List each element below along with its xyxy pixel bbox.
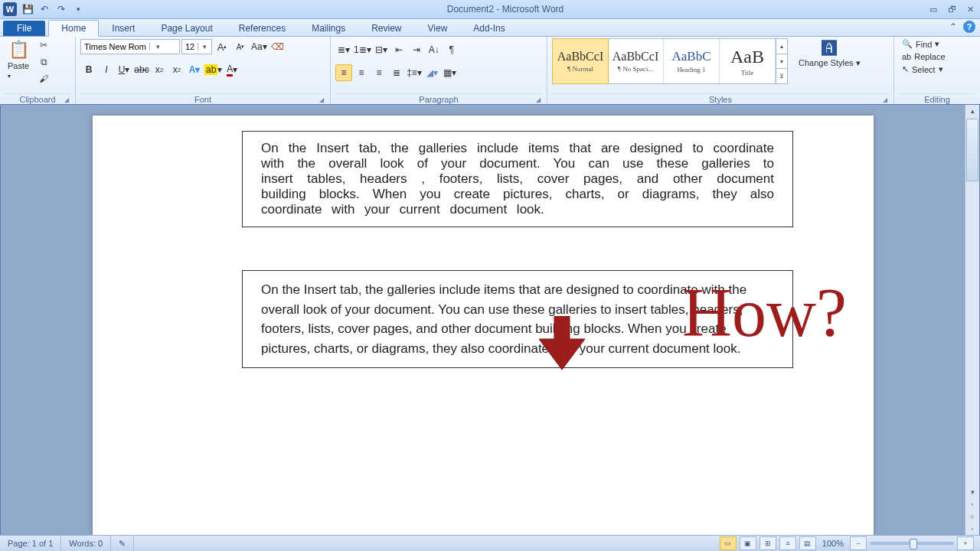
justify-button[interactable]: ≣: [388, 64, 405, 81]
underline-button[interactable]: U▾: [116, 61, 132, 78]
align-right-button[interactable]: ≡: [371, 64, 387, 81]
print-layout-view-button[interactable]: ▭: [720, 536, 737, 550]
scroll-down-icon[interactable]: ▾: [965, 486, 979, 498]
page-indicator[interactable]: Page: 1 of 1: [0, 536, 61, 551]
browse-object-icon[interactable]: ○: [970, 510, 974, 523]
tab-insert[interactable]: Insert: [99, 20, 148, 36]
tab-view[interactable]: View: [415, 20, 461, 36]
style-title[interactable]: AaBTitle: [720, 39, 776, 83]
clipboard-launcher-icon[interactable]: ◢: [63, 96, 70, 104]
zoom-slider[interactable]: [870, 542, 954, 545]
align-center-button[interactable]: ≡: [353, 64, 370, 81]
font-launcher-icon[interactable]: ◢: [318, 96, 325, 104]
shading-icon[interactable]: ◢▾: [423, 64, 440, 81]
borders-icon[interactable]: ▦▾: [441, 64, 458, 81]
tab-references[interactable]: References: [226, 20, 299, 36]
bold-button[interactable]: B: [80, 61, 97, 78]
superscript-button[interactable]: x2: [168, 61, 185, 78]
align-left-button[interactable]: ≡: [335, 64, 352, 81]
font-color-icon[interactable]: A▾: [224, 61, 240, 78]
styles-launcher-icon[interactable]: ◢: [881, 96, 889, 104]
web-layout-view-button[interactable]: ⊞: [760, 536, 776, 550]
subscript-button[interactable]: x2: [151, 61, 168, 78]
outline-view-button[interactable]: ≡: [779, 536, 796, 550]
highlight-icon[interactable]: ab▾: [204, 61, 223, 78]
prev-page-icon[interactable]: ◦: [970, 498, 974, 510]
bullets-icon[interactable]: ≣▾: [335, 41, 352, 58]
style-normal[interactable]: AaBbCcI¶ Normal: [552, 38, 609, 84]
styles-gallery: AaBbCcI¶ Normal AaBbCcI¶ No Spaci... AaB…: [552, 38, 788, 84]
grow-font-icon[interactable]: A▴: [214, 38, 230, 55]
undo-icon[interactable]: ↶: [38, 3, 51, 15]
full-screen-view-button[interactable]: ▣: [740, 536, 756, 550]
text-box-before[interactable]: On the Insert tab, the galleries include…: [242, 131, 793, 227]
show-hide-icon[interactable]: ¶: [443, 41, 460, 58]
qat-customize-icon[interactable]: ▾: [72, 3, 84, 15]
gallery-scroll-down-icon[interactable]: ▾: [776, 54, 787, 70]
help-icon[interactable]: ?: [963, 21, 975, 33]
next-page-icon[interactable]: ◦: [970, 523, 974, 535]
clipboard-group-label: Clipboard: [19, 95, 55, 104]
styles-group-label: Styles: [709, 95, 732, 104]
sort-icon[interactable]: A↓: [426, 41, 443, 58]
window-title: Document2 - Microsoft Word: [84, 4, 926, 15]
status-bar: Page: 1 of 1 Words: 0 ✎ ▭ ▣ ⊞ ≡ ▤ 100% −…: [0, 535, 980, 551]
numbering-icon[interactable]: 1≣▾: [353, 41, 372, 58]
multilevel-list-icon[interactable]: ⊟▾: [373, 41, 390, 58]
cut-icon[interactable]: ✂: [37, 38, 51, 52]
document-area: On the Insert tab, the galleries include…: [0, 104, 980, 536]
tab-mailings[interactable]: Mailings: [299, 20, 358, 36]
redo-icon[interactable]: ↷: [55, 3, 67, 15]
font-size-combo[interactable]: 12▾: [181, 39, 212, 54]
clipboard-icon: 📋: [8, 40, 29, 60]
change-styles-button[interactable]: 🅰 Change Styles ▾: [795, 38, 864, 69]
scroll-up-icon[interactable]: ▴: [965, 105, 979, 117]
zoom-out-button[interactable]: −: [850, 536, 867, 550]
quick-access-toolbar: 💾 ↶ ↷ ▾: [21, 3, 84, 15]
decrease-indent-icon[interactable]: ⇤: [390, 41, 407, 58]
text-effects-icon[interactable]: A▾: [186, 61, 203, 78]
find-button[interactable]: 🔍Find ▾: [899, 38, 949, 50]
tab-home[interactable]: Home: [48, 20, 99, 37]
tab-review[interactable]: Review: [358, 20, 414, 36]
copy-icon[interactable]: ⧉: [37, 55, 51, 69]
line-spacing-icon[interactable]: ‡≡▾: [406, 64, 423, 81]
gallery-expand-icon[interactable]: ⊻: [776, 69, 787, 83]
zoom-level[interactable]: 100%: [822, 539, 844, 548]
find-icon: 🔍: [902, 39, 913, 49]
vertical-scrollbar[interactable]: ▴ ▾ ◦ ○ ◦: [965, 105, 979, 535]
format-painter-icon[interactable]: 🖌: [37, 72, 51, 86]
proofing-icon[interactable]: ✎: [111, 536, 134, 551]
tab-page-layout[interactable]: Page Layout: [148, 20, 225, 36]
paste-button[interactable]: 📋 Paste▾: [5, 38, 32, 81]
minimize-button[interactable]: ▭: [926, 4, 940, 15]
paragraph-group-label: Paragraph: [419, 95, 458, 104]
tab-addins[interactable]: Add-Ins: [460, 20, 518, 36]
change-case-icon[interactable]: Aa▾: [250, 38, 268, 55]
close-button[interactable]: ✕: [963, 4, 977, 15]
select-button[interactable]: ↖Select ▾: [899, 64, 949, 75]
style-no-spacing[interactable]: AaBbCcI¶ No Spaci...: [608, 39, 664, 83]
strikethrough-button[interactable]: abc: [133, 61, 150, 78]
increase-indent-icon[interactable]: ⇥: [408, 41, 425, 58]
gallery-scroll-up-icon[interactable]: ▴: [776, 39, 787, 54]
restore-button[interactable]: 🗗: [945, 4, 959, 15]
shrink-font-icon[interactable]: A▾: [232, 38, 249, 55]
title-bar: W 💾 ↶ ↷ ▾ Document2 - Microsoft Word ▭ 🗗…: [0, 0, 980, 19]
save-icon[interactable]: 💾: [21, 3, 34, 15]
font-family-combo[interactable]: Times New Rom▾: [80, 39, 180, 54]
scroll-thumb[interactable]: [966, 119, 978, 181]
clear-formatting-icon[interactable]: ⌫: [270, 38, 286, 55]
zoom-in-button[interactable]: +: [957, 536, 974, 550]
zoom-slider-knob[interactable]: [910, 539, 917, 549]
replace-button[interactable]: abReplace: [899, 51, 949, 62]
file-tab[interactable]: File: [3, 21, 45, 36]
minimize-ribbon-icon[interactable]: ⌃: [949, 21, 957, 32]
document-page[interactable]: On the Insert tab, the galleries include…: [93, 116, 874, 535]
change-styles-label: Change Styles: [799, 58, 854, 67]
style-heading1[interactable]: AaBbCHeading 1: [664, 39, 720, 83]
draft-view-button[interactable]: ▤: [799, 536, 816, 550]
paragraph-launcher-icon[interactable]: ◢: [534, 96, 542, 104]
italic-button[interactable]: I: [98, 61, 115, 78]
word-count[interactable]: Words: 0: [61, 536, 111, 551]
